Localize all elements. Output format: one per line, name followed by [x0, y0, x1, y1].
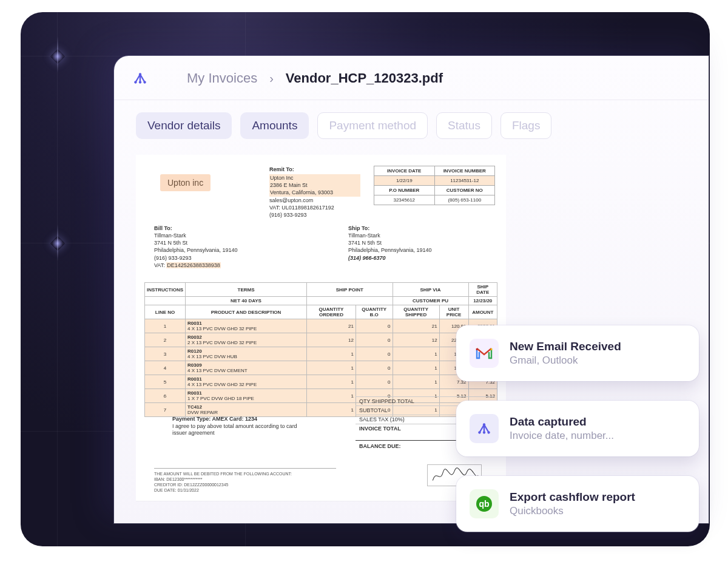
th-qty-bo: QUANTITY B.O — [356, 305, 393, 319]
footer-l2: IBAN: DE12300*********** — [154, 477, 336, 482]
flare-decoration — [57, 36, 58, 73]
val-ship-via: CUSTOMER PU — [393, 297, 468, 305]
ship-to-street: 3741 N 5th St — [348, 239, 451, 246]
th-instructions: INSTRUCTIONS — [145, 283, 186, 297]
bill-to-phone: (916) 933-9293 — [154, 254, 257, 262]
invoice-meta-grid: INVOICE DATEINVOICE NUMBER 1/22/19112345… — [374, 166, 495, 205]
th-qty-ship: QUANTITY SHIPPED — [393, 305, 439, 319]
th-ship-via: SHIP VIA — [393, 283, 468, 297]
bill-to-city: Philadelphia, Pennsylvania, 19140 — [154, 246, 257, 254]
debit-footer: THE AMOUNT WILL BE DEBITED FROM THE FOLL… — [154, 468, 336, 493]
card-subtitle: Quickbooks — [510, 505, 635, 517]
bill-to-block: Bill To: Tillman-Stark 3741 N 5th St Phi… — [154, 225, 257, 269]
table-row: 4R03094 X 13 PVC DVW CEMENT10112.4512.45 — [145, 361, 497, 375]
th-amount: AMOUNT — [468, 305, 497, 319]
remit-street: 2386 E Main St — [269, 182, 360, 189]
card-data-captured[interactable]: Data captured Invoice date, number... — [456, 401, 699, 456]
meta-invoice-number: 11234531-12 — [435, 176, 495, 185]
meta-customer: (805) 653-1100 — [435, 195, 495, 205]
th-qty-ord: QUANTITY ORDERED — [307, 305, 356, 319]
app-logo-icon — [470, 414, 499, 443]
invoice-document: Upton inc Remit To: Upton Inc 2386 E Mai… — [136, 155, 506, 501]
footer-l1: THE AMOUNT WILL BE DEBITED FROM THE FOLL… — [154, 471, 336, 477]
remit-phone: (916) 933-9293 — [269, 211, 360, 219]
val-terms: NET 40 DAYS — [186, 297, 307, 305]
flare-decoration — [57, 225, 58, 261]
tab-status[interactable]: Status — [436, 112, 492, 139]
th-terms: TERMS — [186, 283, 307, 297]
card-title: New Email Received — [510, 340, 621, 353]
balance-label: BALANCE DUE: — [359, 443, 401, 449]
table-row: 5R00314 X 13 PVC DVW GHD 32 PIPE1017.327… — [145, 375, 497, 389]
ship-to-name: Tillman-Stark — [348, 232, 451, 239]
bill-to-label: Bill To: — [154, 225, 257, 232]
bill-to-vat: VAT: DE142526388338938 — [154, 262, 257, 269]
th-product: PRODUCT AND DESCRIPTION — [186, 305, 307, 319]
th-unit-price: UNIT PRICE — [439, 305, 468, 319]
card-title: Data captured — [510, 415, 614, 429]
ship-to-phone: (314) 966-6370 — [348, 254, 451, 262]
breadcrumb-root[interactable]: My Invoices — [187, 70, 257, 86]
th-ship-point: SHIP POINT — [307, 283, 393, 297]
tab-amounts[interactable]: Amounts — [240, 112, 309, 139]
tabs-row: Vendor details Amounts Payment method St… — [114, 100, 709, 150]
vendor-name-highlight: Upton inc — [160, 174, 211, 191]
meta-invoice-date-label: INVOICE DATE — [374, 166, 435, 175]
remit-label: Remit To: — [269, 166, 360, 173]
table-row: 1R00314 X 13 PVC DVW GHD 32 PIPE21021120… — [145, 319, 497, 333]
tab-vendor-details[interactable]: Vendor details — [136, 112, 232, 139]
meta-po: 32345612 — [374, 195, 435, 205]
th-ship-date: SHIP DATE — [468, 283, 497, 297]
ship-to-label: Ship To: — [348, 225, 451, 232]
payment-type-line: Payment Type: AMEX Card: 1234 — [172, 416, 312, 423]
tax-label: SALES TAX (10%) — [359, 416, 405, 422]
meta-customer-label: CUSTOMER NO — [435, 186, 495, 195]
payment-agreement-line: I agree to pay above total amount accord… — [172, 423, 312, 437]
breadcrumb-current: Vendor_HCP_120323.pdf — [286, 70, 443, 86]
chevron-right-icon: › — [269, 72, 274, 86]
card-subtitle: Invoice date, number... — [510, 430, 614, 442]
remit-name: Upton Inc — [269, 174, 360, 182]
svg-text:qb: qb — [479, 499, 489, 509]
subtotal-label: SUBTOTAL — [359, 407, 388, 413]
remit-city: Ventura, California, 93003 — [269, 189, 360, 196]
card-subtitle: Gmail, Outlook — [510, 355, 621, 367]
invoice-total-label: INVOICE TOTAL — [359, 426, 401, 432]
ship-to-city: Philadelphia, Pennsylvania, 19140 — [348, 246, 451, 254]
tab-flags[interactable]: Flags — [500, 112, 551, 139]
app-logo-icon — [131, 69, 149, 87]
qty-shipped-total-label: QTY SHIPPED TOTAL — [359, 398, 414, 404]
remit-email: sales@upton.com — [269, 197, 360, 204]
footer-l4: DUE DATE: 01/31/2022 — [154, 487, 336, 493]
topbar: My Invoices › Vendor_HCP_120323.pdf — [114, 56, 709, 100]
table-row: 3R01204 X 13 PVC DVW HUB10110.6710.67 — [145, 347, 497, 361]
quickbooks-icon: qb — [470, 489, 499, 518]
ship-to-block: Ship To: Tillman-Stark 3741 N 5th St Phi… — [348, 225, 451, 262]
meta-invoice-number-label: INVOICE NUMBER — [435, 166, 495, 175]
table-row: 2R00322 X 13 PVC DVW GHD 32 PIPE12012220… — [145, 333, 497, 347]
remit-vat: VAT: UL011898182617192 — [269, 204, 360, 211]
th-line-no: LINE NO — [145, 305, 186, 319]
card-title: Export cashflow report — [510, 490, 635, 504]
card-export-cashflow[interactable]: qb Export cashflow report Quickbooks — [456, 476, 699, 532]
remit-to-block: Remit To: Upton Inc 2386 E Main St Ventu… — [269, 166, 360, 219]
tab-payment-method[interactable]: Payment method — [317, 112, 428, 139]
val-ship-date: 12/23/20 — [468, 297, 497, 305]
bill-to-name: Tillman-Stark — [154, 232, 257, 239]
payment-note: Payment Type: AMEX Card: 1234 I agree to… — [172, 416, 312, 437]
footer-l3: CREDITOR ID: DE12ZZZ00000012345 — [154, 482, 336, 487]
card-new-email[interactable]: New Email Received Gmail, Outlook — [456, 325, 699, 381]
bill-to-street: 3741 N 5th St — [154, 239, 257, 246]
meta-invoice-date: 1/22/19 — [374, 176, 435, 185]
meta-po-label: P.O NUMBER — [374, 186, 435, 195]
gmail-icon — [470, 339, 499, 368]
